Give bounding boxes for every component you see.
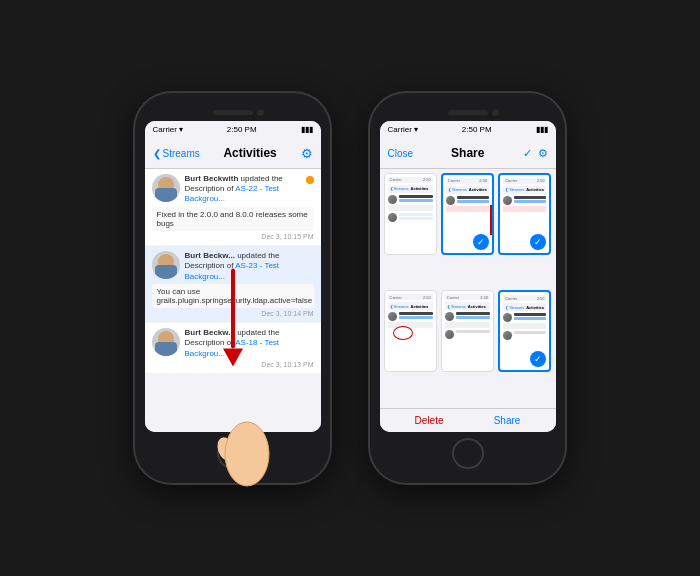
thumb-link-6 — [514, 317, 546, 320]
thumb-body-3 — [503, 206, 546, 212]
thumb-link-1 — [399, 199, 433, 202]
status-bar-left: Carrier ▾ 2:50 PM ▮▮▮ — [145, 121, 321, 139]
activity-body-1: Fixed in the 2.0.0 and 8.0.0 releases so… — [152, 207, 314, 231]
phone-speaker-right — [448, 110, 488, 115]
thumb-avatar-1 — [388, 195, 397, 204]
thumb-text-9 — [514, 313, 546, 316]
share-thumb-3[interactable]: Carrier2:50 ❮ Streams Activities — [498, 173, 551, 255]
nav-title-left: Activities — [223, 146, 276, 160]
thumb-item-6 — [445, 312, 490, 321]
activity-text-2: Burt Beckw... updated the Description of… — [185, 251, 314, 282]
share-bottom-bar: Delete Share — [380, 408, 556, 432]
battery-icon-right: ▮▮▮ — [536, 125, 548, 134]
delete-button[interactable]: Delete — [415, 415, 444, 426]
thumb-statusbar-5: Carrier2:50 — [445, 294, 490, 300]
status-bar-right: Carrier ▾ 2:50 PM ▮▮▮ — [380, 121, 556, 139]
activity-item-2[interactable]: Burt Beckw... updated the Description of… — [145, 246, 321, 322]
thumb-statusbar-3: Carrier2:50 — [503, 178, 546, 184]
thumb-item-4 — [503, 196, 546, 205]
thumb-avatar-8 — [503, 313, 512, 322]
activity-user-3: Burt Beckw... — [185, 328, 235, 337]
thumb-statusbar-2: Carrier2:50 — [446, 178, 489, 184]
gear-icon-left[interactable]: ⚙ — [301, 146, 313, 161]
phone-right: Carrier ▾ 2:50 PM ▮▮▮ Close Share ✓ ⚙ — [370, 93, 565, 483]
thumb-link-5 — [456, 316, 490, 319]
avatar-2 — [152, 251, 180, 279]
thumb-body-1 — [388, 205, 433, 211]
activity-user-2: Burt Beckw... — [185, 251, 235, 260]
chevron-left-icon: ❮ — [153, 148, 161, 159]
thumb-back-6: ❮ Streams — [505, 305, 524, 310]
thumb-avatar-5 — [388, 312, 397, 321]
thumb-avatar-9 — [503, 331, 512, 340]
activity-time-1: Dec 3, 10:15 PM — [152, 233, 314, 240]
check-badge-2: ✓ — [473, 234, 489, 250]
activity-item-3[interactable]: Burt Beckw... updated the Description of… — [145, 323, 321, 373]
thumb-text-3 — [399, 217, 433, 220]
share-thumb-6[interactable]: Carrier2:50 ❮ Streams Activities — [498, 290, 551, 372]
home-button-right[interactable] — [452, 438, 484, 469]
thumb-avatar-4 — [503, 196, 512, 205]
avatar-face-1 — [152, 174, 180, 202]
share-thumbnail-grid: Carrier2:50 ❮ Streams Activities — [380, 169, 556, 408]
share-nav-icons: ✓ ⚙ — [523, 147, 548, 160]
thumb-text-5 — [514, 196, 546, 199]
thumb-title-3: Activities — [526, 187, 544, 192]
activity-user-1: Burt Beckwith — [185, 174, 239, 183]
checkmark-icon[interactable]: ✓ — [523, 147, 532, 160]
thumb-nav-4: ❮ Streams Activities — [388, 302, 433, 310]
thumb-title-5: Activities — [468, 304, 486, 309]
wifi-icon-right: ▾ — [414, 125, 418, 134]
nav-bar-left: ❮ Streams Activities ⚙ — [145, 139, 321, 169]
avatar-3 — [152, 328, 180, 356]
phone-speaker — [213, 110, 253, 115]
thumb-text-6 — [399, 312, 433, 315]
activity-list: Burt Beckwith updated the Description of… — [145, 169, 321, 432]
thumb-link-2 — [457, 200, 489, 203]
thumb-statusbar-1: Carrier2:50 — [388, 177, 433, 183]
thumb-text-1 — [399, 195, 433, 198]
thumb-back-2: ❮ Streams — [448, 187, 467, 192]
thumb-item-7 — [445, 330, 490, 339]
share-thumb-4[interactable]: Carrier2:50 ❮ Streams Activities — [384, 290, 437, 372]
activity-text-1: Burt Beckwith updated the Description of… — [185, 174, 301, 205]
avatar-body-2 — [155, 265, 177, 279]
home-button-left[interactable] — [217, 438, 249, 469]
thumb-statusbar-6: Carrier2:50 — [503, 295, 546, 301]
thumb-nav-5: ❮ Streams Activities — [445, 302, 490, 310]
thumb-nav-1: ❮ Streams Activities — [388, 185, 433, 193]
thumb-back-1: ❮ Streams — [390, 186, 409, 191]
carrier-label-right: Carrier — [388, 125, 412, 134]
activity-header-3: Burt Beckw... updated the Description of… — [152, 328, 314, 359]
thumb-item-8 — [503, 313, 546, 322]
status-right-right: ▮▮▮ — [536, 125, 548, 134]
nav-back-label: Streams — [163, 148, 200, 159]
share-thumb-5[interactable]: Carrier2:50 ❮ Streams Activities — [441, 290, 494, 372]
share-button[interactable]: Share — [494, 415, 521, 426]
phone-notch-right — [376, 107, 559, 119]
share-thumb-2[interactable]: Carrier2:50 ❮ Streams Activities — [441, 173, 494, 255]
thumb-back-5: ❮ Streams — [447, 304, 466, 309]
thumb-item-9 — [503, 331, 546, 340]
thumb-link-3 — [514, 200, 546, 203]
thumb-item-3 — [446, 196, 489, 205]
unread-dot-1 — [306, 176, 314, 184]
close-button[interactable]: Close — [388, 148, 414, 159]
nav-back-button[interactable]: ❮ Streams — [153, 148, 200, 159]
activity-time-2: Dec 3, 10:14 PM — [152, 310, 314, 317]
thumb-avatar-2 — [388, 213, 397, 222]
activity-text-3: Burt Beckw... updated the Description of… — [185, 328, 314, 359]
thumb-content-5: Carrier2:50 ❮ Streams Activities — [442, 291, 493, 371]
phone-screen-right: Carrier ▾ 2:50 PM ▮▮▮ Close Share ✓ ⚙ — [380, 121, 556, 432]
phone-screen-left: Carrier ▾ 2:50 PM ▮▮▮ ❮ Streams Activiti… — [145, 121, 321, 432]
phone-camera — [257, 109, 264, 116]
carrier-label: Carrier — [153, 125, 177, 134]
battery-icon: ▮▮▮ — [301, 125, 313, 134]
thumb-avatar-3 — [446, 196, 455, 205]
gear-icon-right[interactable]: ⚙ — [538, 147, 548, 160]
avatar-body-1 — [155, 188, 177, 202]
activity-item-1[interactable]: Burt Beckwith updated the Description of… — [145, 169, 321, 245]
share-thumb-1[interactable]: Carrier2:50 ❮ Streams Activities — [384, 173, 437, 255]
thumb-nav-3: ❮ Streams Activities — [503, 186, 546, 194]
phone-notch — [141, 107, 324, 119]
